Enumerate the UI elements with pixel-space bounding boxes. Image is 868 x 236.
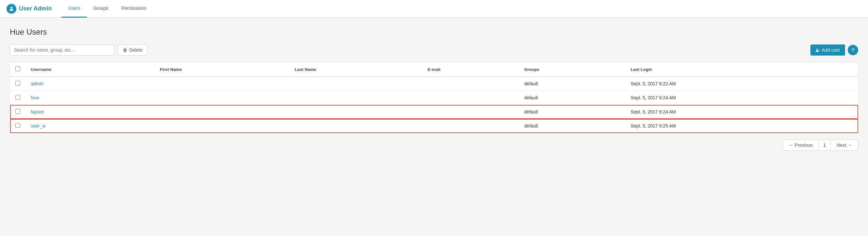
row-first-name	[154, 91, 289, 105]
row-last-name	[289, 91, 422, 105]
header-groups: Groups	[519, 62, 625, 77]
toolbar-left: 🗑 Delete	[10, 44, 147, 56]
row-checkbox-cell	[10, 76, 26, 91]
row-checkbox-0[interactable]	[16, 81, 20, 86]
navbar-tabs: Users Groups Permissions	[62, 0, 153, 17]
header-first-name: First Name	[154, 62, 289, 77]
add-user-button[interactable]: Add user	[810, 44, 845, 56]
row-first-name	[154, 76, 289, 91]
table-row: admin default Sept. 5, 2017 6:22 AM	[10, 76, 858, 91]
row-username: admin	[26, 76, 154, 91]
header-email: E-mail	[423, 62, 519, 77]
row-last-login: Sept. 5, 2017 6:25 AM	[625, 119, 858, 133]
users-table: Username First Name Last Name E-mail Gro…	[10, 62, 858, 133]
current-page: 1	[819, 140, 831, 151]
brand-title: User Admin	[19, 5, 52, 12]
user-link-hive[interactable]: hive	[31, 95, 39, 100]
table-row: fayson default Sept. 5, 2017 6:24 AM	[10, 105, 858, 119]
row-checkbox-3[interactable]	[16, 123, 20, 128]
delete-button[interactable]: 🗑 Delete	[118, 44, 147, 56]
row-username: hive	[26, 91, 154, 105]
row-checkbox-cell	[10, 105, 26, 119]
row-email	[423, 76, 519, 91]
row-groups: default	[519, 91, 625, 105]
row-last-name	[289, 119, 422, 133]
brand-link[interactable]: User Admin	[6, 4, 52, 14]
header-last-name: Last Name	[289, 62, 422, 77]
search-input[interactable]	[10, 44, 115, 56]
row-groups: default	[519, 76, 625, 91]
row-username: user_w	[26, 119, 154, 133]
page-title: Hue Users	[10, 28, 858, 37]
row-checkbox-cell	[10, 119, 26, 133]
row-last-name	[289, 105, 422, 119]
navbar: User Admin Users Groups Permissions	[0, 0, 868, 18]
svg-point-0	[10, 7, 12, 9]
select-all-checkbox[interactable]	[16, 66, 20, 71]
row-checkbox-cell	[10, 91, 26, 105]
row-groups: default	[519, 119, 625, 133]
row-checkbox-2[interactable]	[16, 109, 20, 114]
row-email	[423, 91, 519, 105]
row-first-name	[154, 119, 289, 133]
help-button[interactable]: ?	[848, 45, 858, 55]
svg-point-1	[816, 49, 818, 50]
user-add-icon	[815, 47, 820, 53]
tab-groups[interactable]: Groups	[87, 0, 115, 18]
trash-icon: 🗑	[123, 47, 127, 53]
user-link-user_w[interactable]: user_w	[31, 123, 45, 129]
header-checkbox-cell	[10, 62, 26, 77]
row-username: fayson	[26, 105, 154, 119]
prev-button[interactable]: ← Previous	[782, 140, 818, 151]
row-last-name	[289, 76, 422, 91]
table-header-row: Username First Name Last Name E-mail Gro…	[10, 62, 858, 77]
toolbar: 🗑 Delete Add user ?	[10, 44, 858, 56]
row-checkbox-1[interactable]	[16, 95, 20, 100]
row-first-name	[154, 105, 289, 119]
tab-permissions[interactable]: Permissions	[115, 0, 153, 18]
user-link-fayson[interactable]: fayson	[31, 109, 44, 114]
brand-icon	[6, 4, 17, 14]
header-username: Username	[26, 62, 154, 77]
row-email	[423, 119, 519, 133]
row-last-login: Sept. 5, 2017 6:24 AM	[625, 105, 858, 119]
header-last-login: Last Login	[625, 62, 858, 77]
toolbar-right: Add user ?	[810, 44, 858, 56]
row-last-login: Sept. 5, 2017 6:22 AM	[625, 76, 858, 91]
user-link-admin[interactable]: admin	[31, 81, 43, 86]
pagination: ← Previous 1 Next →	[10, 140, 858, 151]
table-row: hive default Sept. 5, 2017 6:24 AM	[10, 91, 858, 105]
main-content: Hue Users 🗑 Delete Add user	[0, 18, 868, 161]
row-email	[423, 105, 519, 119]
row-last-login: Sept. 5, 2017 6:24 AM	[625, 91, 858, 105]
row-groups: default	[519, 105, 625, 119]
next-button[interactable]: Next →	[830, 140, 858, 151]
tab-users[interactable]: Users	[62, 0, 87, 18]
table-row: user_w default Sept. 5, 2017 6:25 AM	[10, 119, 858, 133]
